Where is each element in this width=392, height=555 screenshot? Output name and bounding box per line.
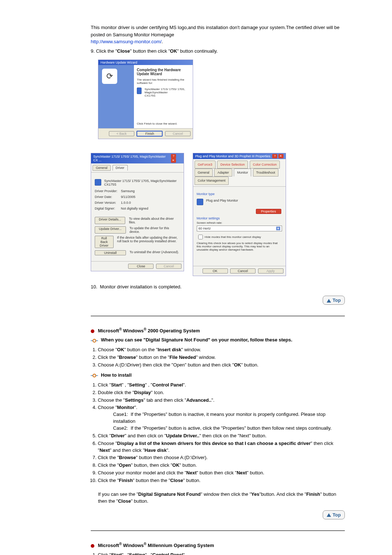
w2000-heading: Microsoft® Windows® 2000 Operating Syste…	[91, 327, 345, 333]
step-9: 9. Click the "Close" button then click "…	[91, 48, 345, 55]
tab-general2[interactable]: General	[195, 169, 213, 177]
tab-device-selection[interactable]: Device Selection	[217, 161, 248, 169]
driver-details-button[interactable]: Driver Details...	[95, 217, 125, 224]
divider	[91, 316, 345, 316]
step-10: 10. Monitor driver installation is compl…	[91, 283, 345, 291]
tab-monitor[interactable]: Monitor	[234, 169, 251, 177]
tab-driver[interactable]: Driver	[113, 165, 128, 171]
w2000-trailer: If you can see the "Digital Signature No…	[98, 491, 345, 505]
top-button[interactable]: Top	[323, 510, 345, 519]
close-icon[interactable]: ✕	[171, 158, 176, 163]
intro-paragraph: This monitor driver is under certifying …	[91, 24, 345, 45]
chevron-down-icon[interactable]: ▾	[276, 227, 280, 230]
w2000-sub1: When you can see "Digital Signature Not …	[91, 337, 345, 343]
arrow-up-icon	[327, 299, 331, 303]
driver-close-button[interactable]: Close	[128, 264, 154, 269]
tab-color-correction[interactable]: Color Correction	[250, 161, 280, 169]
help-icon[interactable]: ?	[171, 154, 176, 158]
tab-geforce[interactable]: GeForce3	[195, 161, 216, 169]
help-icon[interactable]: ?	[272, 154, 277, 158]
wme-ol: Click "Start" , "Setting" , "Control Pan…	[91, 552, 345, 555]
wizard-screenshot: Hardware Update Wizard ⟳ Completing the …	[98, 60, 193, 139]
bullet-icon	[91, 329, 94, 333]
wizard-cancel-button[interactable]: Cancel	[165, 131, 191, 136]
refresh-rate-select[interactable]: 60 Hertz	[199, 227, 211, 230]
w2000-ol2: Click "Start" , "Setting" , "Control Pan…	[91, 382, 345, 484]
rollback-driver-button[interactable]: Roll Back Driver	[95, 236, 114, 248]
wme-heading: Microsoft® Windows® Millennium Operating…	[91, 542, 345, 548]
wizard-back-button[interactable]: < Back	[109, 131, 134, 136]
divider	[91, 530, 345, 531]
driver-cancel-button[interactable]: Cancel	[156, 264, 181, 269]
hide-modes-checkbox[interactable]	[198, 235, 203, 239]
pnp-ok-button[interactable]: OK	[203, 268, 228, 274]
tab-adapter[interactable]: Adapter	[214, 169, 232, 177]
top-button[interactable]: Top	[323, 296, 345, 305]
wizard-finish-button[interactable]: Finish	[136, 131, 163, 137]
pnp-cancel-button[interactable]: Cancel	[230, 268, 256, 274]
bullet-icon	[91, 544, 94, 548]
tab-color-mgmt[interactable]: Color Management	[195, 177, 229, 185]
monitor-properties-button[interactable]: Properties	[256, 209, 281, 214]
update-driver-button[interactable]: Update Driver...	[95, 226, 126, 234]
pnp-apply-button[interactable]: Apply	[258, 268, 283, 274]
screenshots-row: SyncMaster 171S/ 175S/ 170S, MagicSyncMa…	[91, 153, 345, 276]
samsung-link[interactable]: http://www.samsung-monitor.com/	[91, 39, 162, 44]
tab-troubleshoot[interactable]: Troubleshoot	[253, 169, 278, 177]
w2000-sub2: How to install	[91, 372, 345, 378]
uninstall-button[interactable]: Uninstall	[95, 250, 126, 255]
arrow-up-icon	[327, 513, 331, 517]
close-icon[interactable]: ✕	[278, 154, 283, 158]
tab-general[interactable]: General	[93, 165, 111, 171]
w2000-ol1: Choose "OK" button on the "Insert disk" …	[91, 347, 345, 369]
